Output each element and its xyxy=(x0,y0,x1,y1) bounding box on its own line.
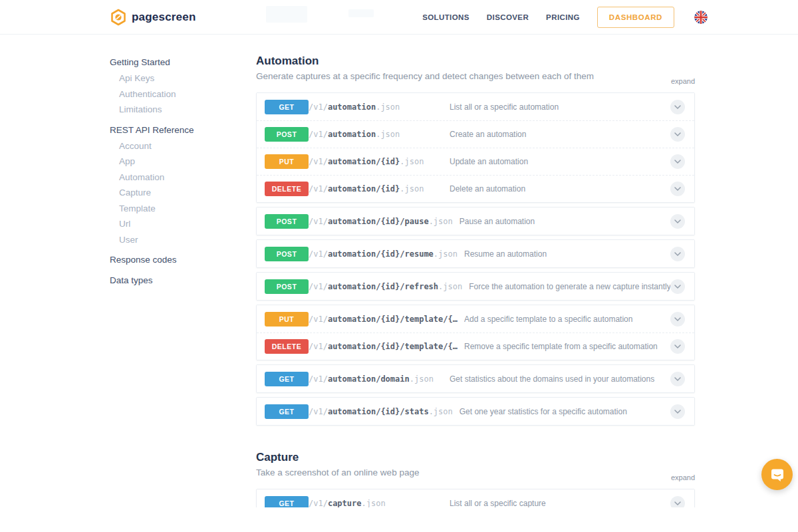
section-header: Capture Take a screenshot of an online w… xyxy=(256,450,695,479)
endpoint-row[interactable]: PUT /v1/automation/{id}.json Update an a… xyxy=(257,148,694,175)
http-method-badge: DELETE xyxy=(265,339,309,354)
endpoint-path: /v1/automation.json xyxy=(309,130,450,139)
sidebar-items: AccountAppAutomationCaptureTemplateUrlUs… xyxy=(110,138,246,248)
http-method-badge: DELETE xyxy=(265,182,309,196)
endpoint-path: /v1/automation/{id}/template/{… xyxy=(309,315,464,324)
endpoint-description: Update an automation xyxy=(450,157,670,166)
brand-logo[interactable]: pagescreen xyxy=(110,9,196,26)
expand-row-button[interactable] xyxy=(670,154,685,169)
sidebar-item-authentication[interactable]: Authentication xyxy=(110,86,246,102)
sidebar-section-title[interactable]: Response codes xyxy=(110,252,246,268)
sidebar-section: REST API Reference AccountAppAutomationC… xyxy=(110,122,246,248)
chevron-down-icon xyxy=(674,132,681,136)
nav-placeholder xyxy=(266,6,307,23)
chevron-down-icon xyxy=(674,187,681,191)
sidebar-section: Data types xyxy=(110,273,246,289)
http-method-badge: GET xyxy=(265,404,309,419)
sidebar-item-user[interactable]: User xyxy=(110,232,246,248)
nav-link-pricing[interactable]: PRICING xyxy=(546,13,580,21)
endpoint-group: POST /v1/automation/{id}/pause.json Paus… xyxy=(256,207,695,235)
http-method-badge: POST xyxy=(265,247,309,261)
endpoint-row[interactable]: POST /v1/automation.json Create an autom… xyxy=(257,120,694,148)
endpoint-group: GET /v1/automation/{id}/stats.json Get o… xyxy=(256,397,695,426)
endpoint-group: POST /v1/automation/{id}/resume.json Res… xyxy=(256,239,695,268)
expand-row-button[interactable] xyxy=(670,312,685,327)
top-navbar: pagescreen SOLUTIONSDISCOVERPRICINGDASHB… xyxy=(0,0,798,35)
sidebar-section-title[interactable]: Data types xyxy=(110,273,246,289)
chevron-down-icon xyxy=(674,377,681,381)
expand-row-button[interactable] xyxy=(670,404,685,419)
nav-placeholder xyxy=(348,9,374,17)
section-subtitle: Generate captures at a specific frequenc… xyxy=(256,70,695,83)
chevron-down-icon xyxy=(674,252,681,256)
endpoint-row[interactable]: POST /v1/automation/{id}/pause.json Paus… xyxy=(257,207,694,235)
endpoint-row[interactable]: GET /v1/automation.json List all or a sp… xyxy=(257,93,694,120)
main-content: Automation Generate captures at a specif… xyxy=(256,54,695,521)
endpoint-path: /v1/automation/{id}/pause.json xyxy=(309,217,460,226)
sidebar-item-account[interactable]: Account xyxy=(110,138,246,154)
endpoint-path: /v1/automation/{id}/template/{… xyxy=(309,342,464,351)
expand-row-button[interactable] xyxy=(670,339,685,354)
endpoint-path: /v1/automation/{id}/stats.json xyxy=(309,407,460,416)
nav-link-discover[interactable]: DISCOVER xyxy=(487,13,529,21)
endpoint-description: List all or a specific automation xyxy=(450,102,670,112)
expand-link[interactable]: expand xyxy=(671,473,695,481)
expand-row-button[interactable] xyxy=(670,372,685,386)
expand-row-button[interactable] xyxy=(670,214,685,229)
endpoint-row[interactable]: GET /v1/automation/{id}/stats.json Get o… xyxy=(257,398,694,425)
sidebar-item-limitations[interactable]: Limitations xyxy=(110,102,246,118)
uk-flag-icon[interactable] xyxy=(694,11,708,24)
endpoint-path: /v1/automation/{id}.json xyxy=(309,184,450,194)
chevron-down-icon xyxy=(674,105,681,109)
endpoint-row[interactable]: POST /v1/automation/{id}/resume.json Res… xyxy=(257,240,694,267)
endpoint-row[interactable]: GET /v1/automation/domain.json Get stati… xyxy=(257,365,694,392)
expand-row-button[interactable] xyxy=(670,279,685,294)
chevron-down-icon xyxy=(674,219,681,223)
endpoint-row[interactable]: POST /v1/automation/{id}/refresh.json Fo… xyxy=(257,273,694,300)
endpoint-description: Pause an automation xyxy=(460,217,670,226)
section-subtitle: Take a screenshot of an online web page xyxy=(256,466,695,479)
expand-link[interactable]: expand xyxy=(671,77,695,85)
endpoint-path: /v1/automation/{id}/resume.json xyxy=(309,249,464,259)
chevron-down-icon xyxy=(674,317,681,321)
section-header: Automation Generate captures at a specif… xyxy=(256,54,695,83)
endpoint-description: Add a specific template to a specific au… xyxy=(464,315,670,324)
sidebar-item-api-keys[interactable]: Api Keys xyxy=(110,70,246,86)
endpoint-group: PUT /v1/automation/{id}/template/{… Add … xyxy=(256,305,695,360)
endpoint-description: Create an automation xyxy=(450,130,670,139)
sidebar-item-automation[interactable]: Automation xyxy=(110,170,246,186)
chat-bubble-icon xyxy=(769,466,786,483)
chevron-down-icon xyxy=(674,501,681,505)
expand-row-button[interactable] xyxy=(670,127,685,142)
expand-row-button[interactable] xyxy=(670,100,685,114)
expand-row-button[interactable] xyxy=(670,182,685,196)
expand-row-button[interactable] xyxy=(670,247,685,261)
endpoint-description: Force the automation to generate a new c… xyxy=(469,282,670,291)
endpoint-path: /v1/capture.json xyxy=(309,499,450,508)
union-jack xyxy=(694,11,708,24)
endpoint-row[interactable]: DELETE /v1/automation/{id}/template/{… R… xyxy=(257,332,694,360)
nav-link-solutions[interactable]: SOLUTIONS xyxy=(422,13,469,21)
endpoint-row[interactable]: DELETE /v1/automation/{id}.json Delete a… xyxy=(257,175,694,202)
endpoint-description: List all or a specific capture xyxy=(450,499,670,508)
api-section-automation: Automation Generate captures at a specif… xyxy=(256,54,695,426)
http-method-badge: GET xyxy=(265,372,309,386)
endpoint-group: GET /v1/automation/domain.json Get stati… xyxy=(256,364,695,393)
endpoint-groups: GET /v1/automation.json List all or a sp… xyxy=(256,92,695,426)
sidebar-item-template[interactable]: Template xyxy=(110,201,246,217)
sidebar-section-title[interactable]: Getting Started xyxy=(110,55,246,70)
nav-links: SOLUTIONSDISCOVERPRICINGDASHBOARD xyxy=(405,7,708,28)
sidebar-items: Api KeysAuthenticationLimitations xyxy=(110,70,246,118)
sidebar-section: Getting Started Api KeysAuthenticationLi… xyxy=(110,55,246,118)
brand-name: pagescreen xyxy=(132,11,196,24)
sidebar-item-url[interactable]: Url xyxy=(110,216,246,232)
dashboard-button[interactable]: DASHBOARD xyxy=(597,7,674,28)
sidebar-section-title[interactable]: REST API Reference xyxy=(110,122,246,138)
endpoint-path: /v1/automation/domain.json xyxy=(309,374,450,384)
endpoint-description: Resume an automation xyxy=(464,249,670,259)
sidebar-item-capture[interactable]: Capture xyxy=(110,185,246,201)
section-title: Automation xyxy=(256,54,695,68)
sidebar-item-app[interactable]: App xyxy=(110,154,246,170)
endpoint-row[interactable]: PUT /v1/automation/{id}/template/{… Add … xyxy=(257,305,694,332)
chat-widget-button[interactable] xyxy=(761,459,793,490)
